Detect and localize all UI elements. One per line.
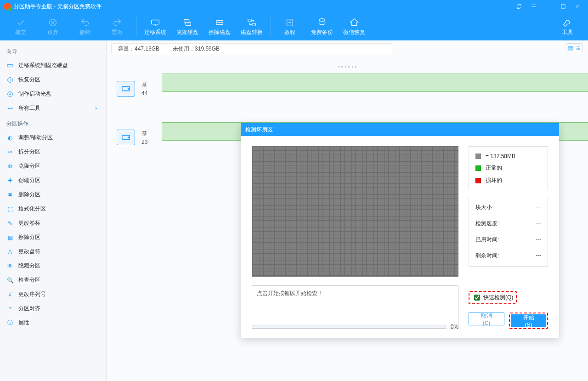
free-backup-button[interactable]: 免费备份 bbox=[306, 13, 338, 40]
svg-point-22 bbox=[128, 88, 129, 89]
sidebar-op-item[interactable]: ▦擦除分区 bbox=[0, 230, 106, 245]
redo-button: 重做 bbox=[101, 13, 133, 40]
sidebar-op-item[interactable]: ✎更改卷标 bbox=[0, 216, 106, 230]
disk-icon bbox=[117, 81, 135, 97]
bad-sector-dialog: 检测坏扇区 = 137.58MB 正常的 损坏的 块大小--- 检测速度:---… bbox=[241, 123, 559, 338]
legend-blocksize: = 137.58MB bbox=[486, 153, 515, 159]
dialog-titlebar: 检测坏扇区 bbox=[241, 123, 559, 136]
svg-rect-6 bbox=[248, 19, 251, 22]
sidebar-op-item[interactable]: ≡分区对齐 bbox=[0, 301, 106, 316]
ssd-icon bbox=[6, 62, 14, 69]
sidebar-op-item[interactable]: ⓘ属性 bbox=[0, 316, 106, 330]
sidebar-op-item[interactable]: ✖删除分区 bbox=[0, 188, 106, 202]
svg-point-16 bbox=[11, 108, 12, 109]
legend-normal: 正常的 bbox=[486, 164, 502, 172]
sidebar-op-item[interactable]: ✚创建分区 bbox=[0, 173, 106, 188]
svg-rect-10 bbox=[7, 64, 13, 67]
op-icon: ✎ bbox=[6, 220, 14, 227]
svg-rect-3 bbox=[184, 19, 189, 23]
sidebar-item-boot-cd[interactable]: 制作启动光盘 bbox=[0, 87, 106, 101]
disk-row-1[interactable]: 基44 bbox=[117, 77, 576, 100]
undo-button: 撤销 bbox=[69, 13, 101, 40]
op-icon: ⬚ bbox=[6, 205, 14, 213]
disk-icon bbox=[117, 130, 135, 145]
main-area: 容量：447.13GB 未使用：319.59GB 基44 基23 检测坏扇区 bbox=[107, 40, 588, 381]
sidebar-op-item[interactable]: #更改序列号 bbox=[0, 287, 106, 301]
svg-rect-18 bbox=[571, 46, 572, 48]
sidebar: 向导 迁移系统到固态硬盘 恢复分区 制作启动光盘 所有工具 分区操作 ◐调整/移… bbox=[0, 40, 107, 381]
op-icon: ▦ bbox=[6, 234, 14, 241]
sidebar-op-item[interactable]: ⧉克隆分区 bbox=[0, 159, 106, 173]
svg-point-24 bbox=[128, 137, 129, 138]
svg-rect-0 bbox=[561, 5, 565, 8]
commit-button: 提交 bbox=[5, 13, 37, 40]
view-grid-icon[interactable] bbox=[566, 44, 574, 53]
app-title: 分区助手专业版 - 无损分区免费软件 bbox=[14, 3, 102, 11]
cancel-button[interactable]: 取消(C) bbox=[469, 313, 504, 325]
refresh-icon[interactable] bbox=[513, 2, 526, 11]
op-icon: # bbox=[6, 291, 14, 298]
op-icon: ⧉ bbox=[6, 163, 14, 170]
view-list-icon[interactable] bbox=[574, 44, 582, 53]
svg-rect-2 bbox=[152, 20, 159, 24]
main-toolbar: 提交 放弃 撤销 重做 迁移系统 克隆硬盘 擦除磁盘 磁盘转换 教程 免费备份 … bbox=[0, 13, 588, 40]
menu-icon[interactable] bbox=[527, 2, 540, 11]
maximize-icon[interactable] bbox=[557, 2, 570, 11]
legend-damaged: 损坏的 bbox=[486, 176, 502, 184]
sidebar-op-item[interactable]: 👁隐藏分区 bbox=[0, 259, 106, 273]
svg-rect-17 bbox=[569, 46, 570, 48]
disk-info-strip: 容量：447.13GB 未使用：319.59GB bbox=[111, 43, 392, 54]
sidebar-op-item[interactable]: ◐调整/移动分区 bbox=[0, 131, 106, 145]
chevron-right-icon bbox=[92, 105, 100, 112]
splitter-grip[interactable] bbox=[338, 66, 356, 68]
sidebar-item-all-tools[interactable]: 所有工具 bbox=[0, 101, 106, 115]
quick-check-checkbox[interactable]: 快速检测(Q) bbox=[472, 293, 513, 302]
sector-grid bbox=[252, 146, 458, 277]
sidebar-section-wizard: 向导 bbox=[0, 43, 106, 58]
progress-bar bbox=[252, 325, 446, 329]
disk-convert-button[interactable]: 磁盘转换 bbox=[236, 13, 268, 40]
wechat-recover-button[interactable]: 微信恢复 bbox=[338, 13, 370, 40]
sidebar-op-item[interactable]: ✂拆分分区 bbox=[0, 145, 106, 159]
op-icon: ≡ bbox=[6, 305, 14, 313]
op-icon: 🔍 bbox=[6, 277, 14, 284]
start-button-highlight: 开始(S) bbox=[509, 313, 548, 329]
sidebar-op-item[interactable]: A更改盘符 bbox=[0, 245, 106, 259]
quick-check-highlight: 快速检测(Q) bbox=[469, 291, 517, 304]
wipe-disk-button[interactable]: 擦除磁盘 bbox=[204, 13, 236, 40]
discard-button: 放弃 bbox=[37, 13, 69, 40]
clone-disk-button[interactable]: 克隆硬盘 bbox=[171, 13, 204, 40]
progress-value: 0% bbox=[451, 324, 458, 330]
sidebar-section-ops: 分区操作 bbox=[0, 115, 106, 131]
legend-box: = 137.58MB 正常的 损坏的 bbox=[469, 146, 548, 190]
svg-rect-4 bbox=[186, 22, 191, 25]
progress-row: 0% bbox=[252, 324, 458, 330]
tools-button[interactable]: 工具 bbox=[551, 13, 583, 40]
start-button[interactable]: 开始(S) bbox=[511, 314, 546, 327]
sidebar-op-item[interactable]: ⬚格式化分区 bbox=[0, 202, 106, 216]
op-icon: ✂ bbox=[6, 148, 14, 156]
op-icon: ✚ bbox=[6, 177, 14, 184]
stats-box: 块大小--- 检测速度:--- 已用时间:--- 剩余时间:--- bbox=[469, 197, 548, 267]
sidebar-item-recover-partition[interactable]: 恢复分区 bbox=[0, 73, 106, 87]
svg-point-14 bbox=[8, 108, 9, 109]
log-box: 点击开始按钮以开始检查！ bbox=[252, 285, 458, 329]
sidebar-item-migrate-ssd[interactable]: 迁移系统到固态硬盘 bbox=[0, 58, 106, 73]
close-icon[interactable] bbox=[571, 2, 584, 11]
app-logo-icon bbox=[4, 3, 11, 10]
op-icon: ⓘ bbox=[6, 319, 14, 327]
tutorial-button[interactable]: 教程 bbox=[274, 13, 306, 40]
op-icon: ◐ bbox=[6, 134, 14, 142]
svg-rect-20 bbox=[571, 49, 572, 50]
dialog-title: 检测坏扇区 bbox=[245, 126, 273, 134]
view-toggle[interactable] bbox=[566, 43, 582, 53]
cd-icon bbox=[6, 91, 14, 98]
sidebar-op-item[interactable]: 🔍检查分区 bbox=[0, 273, 106, 287]
migrate-system-button[interactable]: 迁移系统 bbox=[139, 13, 171, 40]
op-icon: ✖ bbox=[6, 191, 14, 199]
op-icon: 👁 bbox=[6, 262, 14, 270]
app-logo: 分区助手专业版 - 无损分区免费软件 bbox=[4, 3, 102, 11]
minimize-icon[interactable] bbox=[542, 2, 555, 11]
svg-point-13 bbox=[10, 93, 11, 95]
svg-point-9 bbox=[319, 18, 325, 21]
